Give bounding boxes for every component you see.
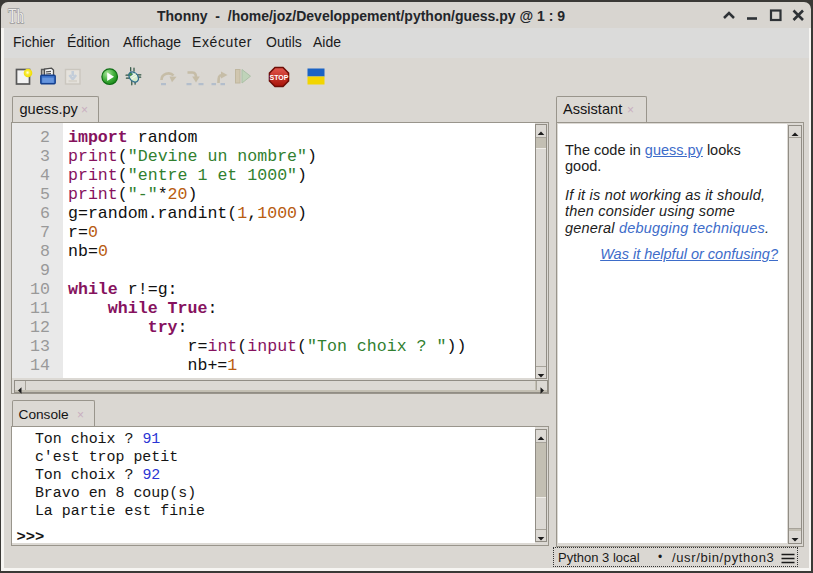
svg-text:Th: Th <box>8 4 24 28</box>
svg-text:STOP: STOP <box>270 74 289 81</box>
